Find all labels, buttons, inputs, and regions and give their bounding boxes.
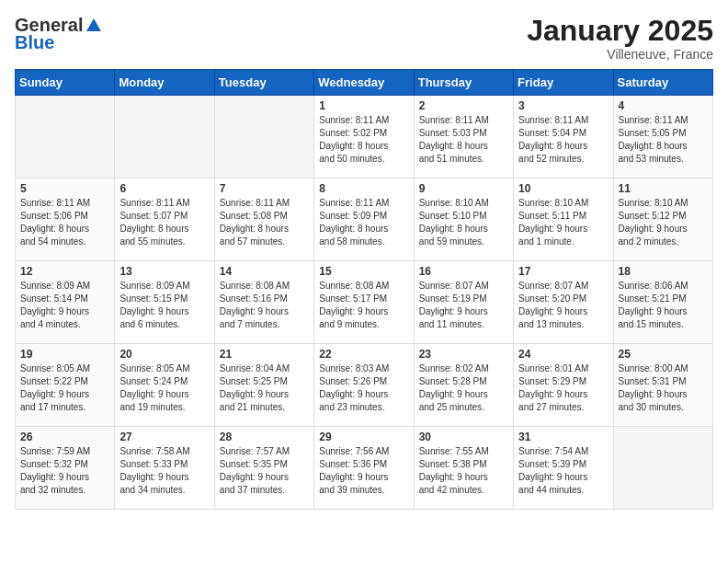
day-number: 26 — [20, 431, 109, 443]
day-number: 17 — [518, 265, 608, 278]
day-number: 7 — [220, 182, 309, 195]
day-number: 27 — [119, 431, 209, 443]
calendar-cell: 22Sunrise: 8:03 AMSunset: 5:26 PMDayligh… — [314, 344, 414, 427]
week-row-5: 26Sunrise: 7:59 AMSunset: 5:32 PMDayligh… — [16, 427, 713, 510]
weekday-header-sunday: Sunday — [16, 70, 115, 96]
day-info: Sunrise: 8:11 AMSunset: 5:04 PMDaylight:… — [518, 114, 608, 166]
calendar-cell: 18Sunrise: 8:06 AMSunset: 5:21 PMDayligh… — [613, 261, 712, 344]
calendar-cell: 11Sunrise: 8:10 AMSunset: 5:12 PMDayligh… — [613, 178, 712, 261]
day-info: Sunrise: 8:11 AMSunset: 5:03 PMDaylight:… — [419, 114, 508, 166]
day-number: 28 — [220, 431, 309, 443]
logo: General Blue — [15, 15, 103, 53]
weekday-header-thursday: Thursday — [414, 70, 513, 96]
calendar-cell: 21Sunrise: 8:04 AMSunset: 5:25 PMDayligh… — [214, 344, 313, 427]
day-number: 31 — [518, 431, 608, 443]
day-info: Sunrise: 8:04 AMSunset: 5:25 PMDaylight:… — [220, 362, 309, 414]
week-row-1: 1Sunrise: 8:11 AMSunset: 5:02 PMDaylight… — [16, 96, 713, 178]
weekday-header-friday: Friday — [514, 70, 613, 96]
calendar-cell — [16, 96, 115, 178]
svg-marker-0 — [86, 18, 101, 31]
day-number: 30 — [419, 431, 508, 443]
day-info: Sunrise: 8:07 AMSunset: 5:19 PMDaylight:… — [419, 280, 508, 331]
weekday-header-monday: Monday — [115, 70, 214, 96]
day-number: 2 — [419, 99, 508, 112]
calendar-cell: 1Sunrise: 8:11 AMSunset: 5:02 PMDaylight… — [314, 96, 414, 178]
calendar-cell: 6Sunrise: 8:11 AMSunset: 5:07 PMDaylight… — [115, 178, 214, 261]
day-number: 3 — [518, 99, 608, 112]
day-info: Sunrise: 8:09 AMSunset: 5:14 PMDaylight:… — [20, 280, 109, 331]
calendar-cell: 28Sunrise: 7:57 AMSunset: 5:35 PMDayligh… — [214, 427, 313, 510]
calendar-cell: 29Sunrise: 7:56 AMSunset: 5:36 PMDayligh… — [314, 427, 414, 510]
calendar-cell: 23Sunrise: 8:02 AMSunset: 5:28 PMDayligh… — [414, 344, 513, 427]
day-info: Sunrise: 8:11 AMSunset: 5:07 PMDaylight:… — [119, 197, 209, 248]
day-number: 10 — [518, 182, 608, 195]
calendar-cell: 31Sunrise: 7:54 AMSunset: 5:39 PMDayligh… — [514, 427, 613, 510]
day-info: Sunrise: 8:05 AMSunset: 5:24 PMDaylight:… — [119, 362, 209, 414]
calendar-cell: 20Sunrise: 8:05 AMSunset: 5:24 PMDayligh… — [115, 344, 214, 427]
day-number: 18 — [619, 265, 708, 278]
day-info: Sunrise: 8:11 AMSunset: 5:06 PMDaylight:… — [20, 197, 109, 248]
weekday-header-wednesday: Wednesday — [314, 70, 414, 96]
month-title: January 2025 — [527, 15, 713, 47]
calendar-cell — [214, 96, 313, 178]
day-info: Sunrise: 8:01 AMSunset: 5:29 PMDaylight:… — [518, 362, 608, 414]
day-number: 20 — [119, 348, 209, 361]
day-info: Sunrise: 7:54 AMSunset: 5:39 PMDaylight:… — [518, 445, 608, 497]
calendar-cell: 10Sunrise: 8:10 AMSunset: 5:11 PMDayligh… — [514, 178, 613, 261]
day-info: Sunrise: 7:57 AMSunset: 5:35 PMDaylight:… — [220, 445, 309, 497]
calendar-cell: 14Sunrise: 8:08 AMSunset: 5:16 PMDayligh… — [214, 261, 313, 344]
day-info: Sunrise: 8:11 AMSunset: 5:09 PMDaylight:… — [319, 197, 408, 248]
day-info: Sunrise: 8:08 AMSunset: 5:16 PMDaylight:… — [220, 280, 309, 331]
calendar-cell: 7Sunrise: 8:11 AMSunset: 5:08 PMDaylight… — [214, 178, 313, 261]
day-number: 6 — [119, 182, 209, 195]
calendar-cell: 24Sunrise: 8:01 AMSunset: 5:29 PMDayligh… — [514, 344, 613, 427]
day-info: Sunrise: 7:59 AMSunset: 5:32 PMDaylight:… — [20, 445, 109, 497]
day-number: 11 — [619, 182, 708, 195]
calendar-cell: 2Sunrise: 8:11 AMSunset: 5:03 PMDaylight… — [414, 96, 513, 178]
calendar-cell: 15Sunrise: 8:08 AMSunset: 5:17 PMDayligh… — [314, 261, 414, 344]
weekday-header-saturday: Saturday — [613, 70, 712, 96]
calendar-cell: 3Sunrise: 8:11 AMSunset: 5:04 PMDaylight… — [514, 96, 613, 178]
day-number: 1 — [319, 99, 408, 112]
day-info: Sunrise: 8:08 AMSunset: 5:17 PMDaylight:… — [319, 280, 408, 331]
logo-blue-text: Blue — [15, 32, 54, 53]
day-number: 8 — [319, 182, 408, 195]
day-info: Sunrise: 8:09 AMSunset: 5:15 PMDaylight:… — [119, 280, 209, 331]
day-info: Sunrise: 8:11 AMSunset: 5:05 PMDaylight:… — [619, 114, 708, 166]
day-info: Sunrise: 8:11 AMSunset: 5:02 PMDaylight:… — [319, 114, 408, 166]
day-number: 9 — [419, 182, 508, 195]
day-number: 5 — [20, 182, 109, 195]
day-info: Sunrise: 8:11 AMSunset: 5:08 PMDaylight:… — [220, 197, 309, 248]
calendar-cell: 5Sunrise: 8:11 AMSunset: 5:06 PMDaylight… — [16, 178, 115, 261]
day-number: 4 — [619, 99, 708, 112]
calendar-cell: 8Sunrise: 8:11 AMSunset: 5:09 PMDaylight… — [314, 178, 414, 261]
calendar-cell: 9Sunrise: 8:10 AMSunset: 5:10 PMDaylight… — [414, 178, 513, 261]
page-header: General Blue January 2025 Villeneuve, Fr… — [15, 15, 713, 62]
day-info: Sunrise: 8:00 AMSunset: 5:31 PMDaylight:… — [619, 362, 708, 414]
day-number: 19 — [20, 348, 109, 361]
weekday-header-tuesday: Tuesday — [214, 70, 313, 96]
day-number: 22 — [319, 348, 408, 361]
calendar-cell: 25Sunrise: 8:00 AMSunset: 5:31 PMDayligh… — [613, 344, 712, 427]
day-number: 14 — [220, 265, 309, 278]
calendar-cell: 13Sunrise: 8:09 AMSunset: 5:15 PMDayligh… — [115, 261, 214, 344]
day-number: 29 — [319, 431, 408, 443]
day-info: Sunrise: 8:06 AMSunset: 5:21 PMDaylight:… — [619, 280, 708, 331]
day-number: 12 — [20, 265, 109, 278]
calendar-cell: 4Sunrise: 8:11 AMSunset: 5:05 PMDaylight… — [613, 96, 712, 178]
day-number: 25 — [619, 348, 708, 361]
calendar-cell — [613, 427, 712, 510]
calendar-cell: 16Sunrise: 8:07 AMSunset: 5:19 PMDayligh… — [414, 261, 513, 344]
week-row-3: 12Sunrise: 8:09 AMSunset: 5:14 PMDayligh… — [16, 261, 713, 344]
logo-icon — [85, 17, 103, 35]
week-row-2: 5Sunrise: 8:11 AMSunset: 5:06 PMDaylight… — [16, 178, 713, 261]
calendar-cell — [115, 96, 214, 178]
calendar-cell: 17Sunrise: 8:07 AMSunset: 5:20 PMDayligh… — [514, 261, 613, 344]
week-row-4: 19Sunrise: 8:05 AMSunset: 5:22 PMDayligh… — [16, 344, 713, 427]
day-number: 23 — [419, 348, 508, 361]
calendar-cell: 27Sunrise: 7:58 AMSunset: 5:33 PMDayligh… — [115, 427, 214, 510]
day-number: 16 — [419, 265, 508, 278]
day-info: Sunrise: 8:03 AMSunset: 5:26 PMDaylight:… — [319, 362, 408, 414]
day-info: Sunrise: 8:05 AMSunset: 5:22 PMDaylight:… — [20, 362, 109, 414]
day-number: 13 — [119, 265, 209, 278]
